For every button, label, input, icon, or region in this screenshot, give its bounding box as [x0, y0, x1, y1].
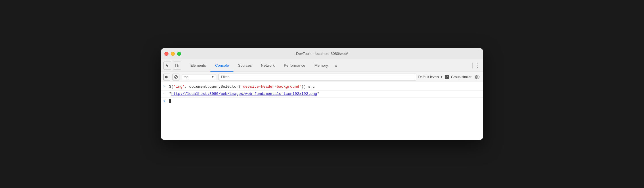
svg-rect-1 — [178, 65, 179, 67]
console-input-content: $('img', document.querySelector('devsite… — [169, 84, 481, 90]
context-dropdown-arrow: ▼ — [211, 75, 214, 78]
filter-input[interactable] — [218, 74, 416, 80]
more-tabs-button[interactable]: » — [333, 59, 340, 72]
svg-marker-2 — [165, 76, 168, 78]
divider — [472, 63, 473, 68]
settings-gear-button[interactable] — [474, 74, 481, 80]
console-output-content: "http://localhost:8080/web/images/web-fu… — [169, 91, 481, 97]
devtools-window: DevTools - localhost:8080/web/ Elements — [161, 48, 483, 140]
block-icon-button[interactable] — [172, 74, 179, 80]
console-toolbar: top ▼ Default levels ▼ ✓ Group similar — [161, 72, 483, 82]
console-input-line: > $('img', document.querySelector('devsi… — [161, 83, 483, 91]
prompt-arrow: > — [163, 99, 169, 103]
console-output-line: ← "http://localhost:8080/web/images/web-… — [161, 91, 483, 98]
tab-sources[interactable]: Sources — [233, 59, 256, 72]
console-output: > $('img', document.querySelector('devsi… — [161, 82, 483, 140]
devtools-icons — [163, 62, 181, 70]
group-similar-label: Group similar — [451, 75, 471, 79]
cursor-icon-button[interactable] — [163, 62, 171, 70]
tab-bar-end: ⋮ — [474, 62, 481, 69]
cursor[interactable] — [169, 99, 171, 103]
levels-dropdown-arrow: ▼ — [440, 75, 443, 78]
console-prompt-line: > — [161, 98, 483, 105]
group-similar-checkbox[interactable]: ✓ — [445, 75, 449, 79]
console-output-link[interactable]: http://localhost:8080/web/images/web-fun… — [171, 92, 317, 96]
log-levels-button[interactable]: Default levels ▼ — [418, 75, 443, 79]
tab-memory[interactable]: Memory — [310, 59, 333, 72]
clear-console-button[interactable] — [163, 74, 170, 80]
more-options-button[interactable]: ⋮ — [474, 62, 481, 69]
input-arrow: > — [163, 84, 169, 90]
svg-rect-0 — [175, 64, 178, 67]
title-bar: DevTools - localhost:8080/web/ — [161, 48, 483, 59]
svg-line-4 — [175, 76, 177, 78]
maximize-button[interactable] — [177, 52, 181, 56]
traffic-lights — [164, 52, 181, 56]
tab-console[interactable]: Console — [210, 59, 233, 72]
group-similar-checkbox-group: ✓ Group similar — [445, 75, 471, 79]
output-arrow: ← — [163, 91, 169, 97]
context-selector[interactable]: top ▼ — [182, 74, 216, 80]
tab-performance[interactable]: Performance — [279, 59, 310, 72]
device-toggle-icon-button[interactable] — [173, 62, 181, 70]
tabs: Elements Console Sources Network Perform… — [186, 59, 471, 72]
tab-network[interactable]: Network — [256, 59, 279, 72]
window-title: DevTools - localhost:8080/web/ — [296, 51, 348, 56]
tab-bar: Elements Console Sources Network Perform… — [161, 59, 483, 72]
tab-elements[interactable]: Elements — [186, 59, 210, 72]
close-button[interactable] — [164, 52, 168, 56]
minimize-button[interactable] — [171, 52, 175, 56]
